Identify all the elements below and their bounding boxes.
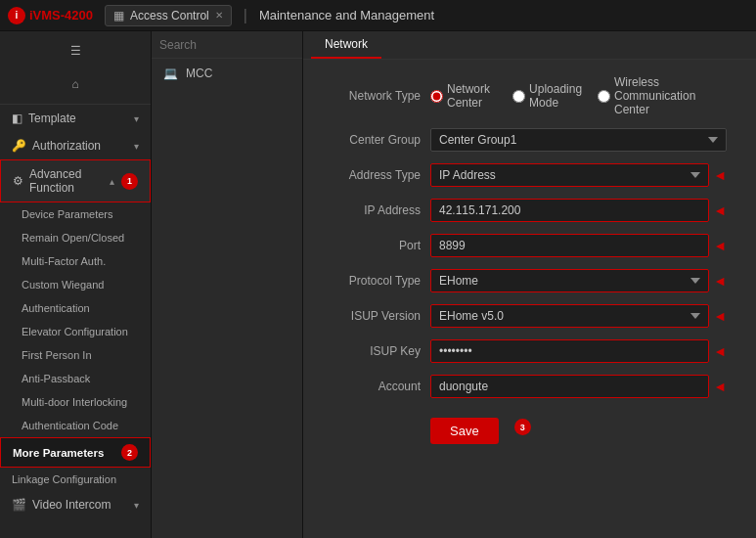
auth-label: Authorization bbox=[32, 139, 101, 153]
template-icon: ◧ bbox=[12, 112, 22, 125]
sidebar-sub-wiegand[interactable]: Custom Wiegand bbox=[0, 273, 151, 296]
center-group-field: Center Group1 bbox=[430, 128, 727, 152]
app-name: iVMS-4200 bbox=[29, 8, 93, 22]
protocol-type-field: EHome ◄ bbox=[430, 269, 727, 292]
address-type-row: Address Type IP Address ◄ bbox=[333, 163, 727, 187]
isup-version-field: EHome v5.0 ◄ bbox=[430, 304, 727, 328]
account-input[interactable] bbox=[430, 375, 709, 398]
address-type-label: Address Type bbox=[333, 168, 421, 182]
protocol-type-select[interactable]: EHome bbox=[430, 269, 709, 292]
device-icon: 💻 bbox=[163, 67, 178, 80]
sidebar-sub-antipassback[interactable]: Anti-Passback bbox=[0, 367, 151, 390]
isup-key-field: ◄ bbox=[430, 339, 727, 363]
center-group-select[interactable]: Center Group1 bbox=[430, 128, 727, 152]
sidebar-item-video-intercom[interactable]: 🎬 Video Intercom ▾ bbox=[0, 491, 151, 518]
content-area: Network Network Type Network Center U bbox=[303, 31, 756, 538]
isup-version-label: ISUP Version bbox=[333, 309, 421, 323]
ip-address-label: IP Address bbox=[333, 203, 421, 217]
network-type-field: Network Center Uploading Mode Wireless C… bbox=[430, 75, 727, 116]
network-type-row: Network Type Network Center Uploading Mo… bbox=[333, 75, 727, 116]
menu-icon[interactable]: ☰ bbox=[62, 37, 89, 65]
sidebar-item-more-parameters[interactable]: More Parameters 2 bbox=[0, 437, 151, 468]
port-arrow: ◄ bbox=[713, 238, 727, 253]
sidebar-item-linkage[interactable]: Linkage Configuration bbox=[0, 468, 151, 491]
sidebar-sub-remain-open[interactable]: Remain Open/Closed bbox=[0, 226, 151, 249]
sidebar-sub-auth-code[interactable]: Authentication Code bbox=[0, 414, 151, 437]
center-group-row: Center Group Center Group1 bbox=[333, 128, 727, 152]
search-area: 🔍 bbox=[152, 31, 302, 59]
sidebar-sub-first-person[interactable]: First Person In bbox=[0, 343, 151, 367]
isup-key-arrow: ◄ bbox=[713, 343, 727, 359]
tab1-label: Access Control bbox=[130, 9, 209, 22]
ip-address-input[interactable] bbox=[430, 199, 709, 222]
advanced-chevron: ▴ bbox=[110, 176, 114, 187]
protocol-type-label: Protocol Type bbox=[333, 274, 421, 288]
isup-version-row: ISUP Version EHome v5.0 ◄ bbox=[333, 304, 727, 328]
video-chevron: ▾ bbox=[134, 500, 139, 511]
port-row: Port ◄ bbox=[333, 234, 727, 257]
access-control-tab[interactable]: ▦ Access Control ✕ bbox=[105, 5, 232, 26]
more-parameters-group: More Parameters 2 bbox=[0, 437, 151, 468]
search-input[interactable] bbox=[159, 38, 306, 52]
address-type-arrow: ◄ bbox=[713, 167, 727, 183]
template-chevron: ▾ bbox=[134, 113, 139, 124]
middle-panel: 🔍 💻 MCC bbox=[152, 31, 303, 538]
center-group-label: Center Group bbox=[333, 133, 421, 147]
badge-2: 2 bbox=[121, 444, 138, 461]
isup-version-select[interactable]: EHome v5.0 bbox=[430, 304, 709, 328]
isup-key-label: ISUP Key bbox=[333, 344, 421, 358]
content-tabs: Network bbox=[303, 31, 756, 60]
home-icon[interactable]: ⌂ bbox=[62, 70, 89, 98]
sidebar-item-authorization[interactable]: 🔑 Authorization ▾ bbox=[0, 132, 151, 159]
maintenance-title: Maintenance and Management bbox=[259, 8, 434, 22]
port-input[interactable] bbox=[430, 234, 709, 257]
sidebar-sub-multidoor[interactable]: Multi-door Interlocking bbox=[0, 390, 151, 414]
ip-address-arrow: ◄ bbox=[713, 202, 727, 218]
network-type-label: Network Type bbox=[333, 89, 421, 103]
ip-address-row: IP Address ◄ bbox=[333, 199, 727, 222]
account-field: ◄ bbox=[430, 375, 727, 398]
address-type-field: IP Address ◄ bbox=[430, 163, 727, 187]
account-row: Account ◄ bbox=[333, 375, 727, 398]
device-mcc[interactable]: 💻 MCC bbox=[152, 59, 302, 88]
tab-network[interactable]: Network bbox=[311, 31, 381, 59]
advanced-function-group: ⚙ Advanced Function ▴ 1 Device Parameter… bbox=[0, 159, 151, 437]
sidebar-top-icons: ☰ ⌂ bbox=[0, 31, 151, 105]
sidebar-item-advanced-function[interactable]: ⚙ Advanced Function ▴ 1 bbox=[0, 159, 151, 202]
radio-wireless[interactable]: Wireless Communication Center bbox=[598, 75, 727, 116]
device-label: MCC bbox=[186, 67, 212, 80]
template-label: Template bbox=[28, 112, 76, 125]
sidebar-sub-device-params[interactable]: Device Parameters bbox=[0, 202, 151, 226]
auth-icon: 🔑 bbox=[12, 139, 26, 153]
radio-network-center[interactable]: Network Center bbox=[430, 82, 499, 110]
app-logo: i iVMS-4200 bbox=[8, 7, 93, 24]
badge-1: 1 bbox=[121, 173, 138, 190]
protocol-arrow: ◄ bbox=[713, 273, 727, 289]
radio-uploading-mode[interactable]: Uploading Mode bbox=[512, 82, 584, 110]
auth-chevron: ▾ bbox=[134, 141, 139, 152]
sidebar-sub-mfa[interactable]: Multi-Factor Auth. bbox=[0, 249, 151, 273]
tab-separator: | bbox=[244, 7, 247, 24]
account-arrow: ◄ bbox=[713, 379, 727, 394]
save-row: Save 3 bbox=[333, 410, 727, 444]
title-bar: i iVMS-4200 ▦ Access Control ✕ | Mainten… bbox=[0, 0, 756, 31]
tab-icon: ▦ bbox=[113, 9, 124, 22]
content-body: Network Type Network Center Uploading Mo… bbox=[303, 60, 756, 538]
port-field: ◄ bbox=[430, 234, 727, 257]
sidebar-sub-auth[interactable]: Authentication bbox=[0, 296, 151, 320]
main-container: ☰ ⌂ ◧ Template ▾ 🔑 Authorization ▾ ⚙ bbox=[0, 31, 756, 538]
save-button[interactable]: Save bbox=[430, 418, 499, 444]
sidebar-sub-elevator[interactable]: Elevator Configuration bbox=[0, 320, 151, 343]
sidebar-item-template[interactable]: ◧ Template ▾ bbox=[0, 105, 151, 132]
isup-key-row: ISUP Key ◄ bbox=[333, 339, 727, 363]
tab1-close-icon[interactable]: ✕ bbox=[215, 10, 223, 21]
sidebar: ☰ ⌂ ◧ Template ▾ 🔑 Authorization ▾ ⚙ bbox=[0, 31, 152, 538]
port-label: Port bbox=[333, 239, 421, 252]
address-type-select[interactable]: IP Address bbox=[430, 163, 709, 187]
network-type-radio-group: Network Center Uploading Mode Wireless C… bbox=[430, 75, 727, 116]
ip-address-field: ◄ bbox=[430, 199, 727, 222]
isup-key-input[interactable] bbox=[430, 339, 709, 363]
account-label: Account bbox=[333, 380, 421, 393]
advanced-label: Advanced Function bbox=[29, 167, 110, 195]
badge-3: 3 bbox=[514, 419, 531, 435]
